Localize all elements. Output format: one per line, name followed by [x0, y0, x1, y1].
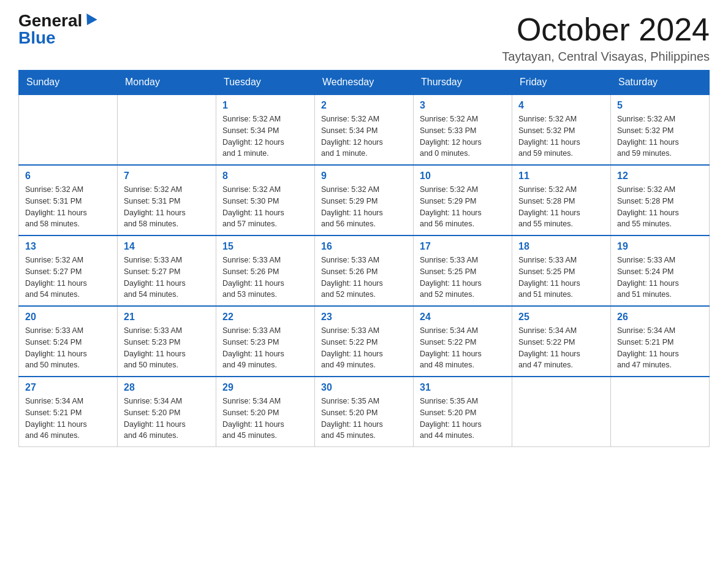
calendar-cell: 7Sunrise: 5:32 AMSunset: 5:31 PMDaylight…	[118, 165, 216, 236]
calendar-cell: 15Sunrise: 5:33 AMSunset: 5:26 PMDayligh…	[216, 236, 315, 306]
calendar-day-header: Wednesday	[315, 71, 414, 95]
day-number: 21	[124, 312, 210, 323]
day-number: 5	[617, 100, 703, 111]
day-number: 9	[321, 170, 407, 182]
day-info: Sunrise: 5:32 AMSunset: 5:28 PMDaylight:…	[617, 184, 703, 230]
calendar-cell: 11Sunrise: 5:32 AMSunset: 5:28 PMDayligh…	[512, 165, 611, 236]
calendar-cell: 17Sunrise: 5:33 AMSunset: 5:25 PMDayligh…	[414, 236, 512, 306]
logo-triangle-icon	[82, 13, 97, 28]
day-info: Sunrise: 5:34 AMSunset: 5:20 PMDaylight:…	[222, 396, 308, 442]
calendar-cell: 22Sunrise: 5:33 AMSunset: 5:23 PMDayligh…	[216, 306, 315, 377]
day-info: Sunrise: 5:32 AMSunset: 5:34 PMDaylight:…	[321, 113, 407, 159]
calendar-cell: 20Sunrise: 5:33 AMSunset: 5:24 PMDayligh…	[19, 306, 118, 377]
day-info: Sunrise: 5:32 AMSunset: 5:31 PMDaylight:…	[124, 184, 210, 230]
calendar-cell: 9Sunrise: 5:32 AMSunset: 5:29 PMDaylight…	[315, 165, 414, 236]
day-number: 23	[321, 312, 407, 323]
calendar-week-row: 27Sunrise: 5:34 AMSunset: 5:21 PMDayligh…	[19, 377, 710, 447]
calendar-cell: 24Sunrise: 5:34 AMSunset: 5:22 PMDayligh…	[414, 306, 512, 377]
calendar-week-row: 6Sunrise: 5:32 AMSunset: 5:31 PMDaylight…	[19, 165, 710, 236]
calendar-day-header: Saturday	[611, 71, 710, 95]
day-number: 1	[222, 100, 308, 111]
calendar-cell	[611, 377, 710, 447]
day-info: Sunrise: 5:34 AMSunset: 5:21 PMDaylight:…	[617, 325, 703, 371]
calendar-cell: 1Sunrise: 5:32 AMSunset: 5:34 PMDaylight…	[216, 94, 315, 165]
calendar-cell: 6Sunrise: 5:32 AMSunset: 5:31 PMDaylight…	[19, 165, 118, 236]
day-info: Sunrise: 5:32 AMSunset: 5:28 PMDaylight:…	[518, 184, 604, 230]
day-number: 24	[420, 312, 506, 323]
calendar-cell: 8Sunrise: 5:32 AMSunset: 5:30 PMDaylight…	[216, 165, 315, 236]
calendar-cell: 31Sunrise: 5:35 AMSunset: 5:20 PMDayligh…	[414, 377, 512, 447]
day-info: Sunrise: 5:32 AMSunset: 5:31 PMDaylight:…	[25, 184, 111, 230]
day-number: 28	[124, 382, 210, 393]
day-info: Sunrise: 5:32 AMSunset: 5:32 PMDaylight:…	[617, 113, 703, 159]
day-number: 15	[222, 241, 308, 252]
day-info: Sunrise: 5:33 AMSunset: 5:26 PMDaylight:…	[321, 255, 407, 301]
day-info: Sunrise: 5:34 AMSunset: 5:21 PMDaylight:…	[25, 396, 111, 442]
calendar-cell: 10Sunrise: 5:32 AMSunset: 5:29 PMDayligh…	[414, 165, 512, 236]
month-title: October 2024	[502, 12, 710, 47]
calendar-table: SundayMondayTuesdayWednesdayThursdayFrid…	[18, 70, 710, 447]
calendar-cell: 28Sunrise: 5:34 AMSunset: 5:20 PMDayligh…	[118, 377, 216, 447]
day-info: Sunrise: 5:32 AMSunset: 5:29 PMDaylight:…	[420, 184, 506, 230]
calendar-cell: 27Sunrise: 5:34 AMSunset: 5:21 PMDayligh…	[19, 377, 118, 447]
page-header: General Blue October 2024 Taytayan, Cent…	[18, 12, 710, 64]
calendar-day-header: Monday	[118, 71, 216, 95]
day-number: 27	[25, 382, 111, 393]
calendar-cell: 30Sunrise: 5:35 AMSunset: 5:20 PMDayligh…	[315, 377, 414, 447]
day-number: 17	[420, 241, 506, 252]
day-info: Sunrise: 5:33 AMSunset: 5:24 PMDaylight:…	[25, 325, 111, 371]
day-number: 13	[25, 241, 111, 252]
day-number: 8	[222, 170, 308, 182]
calendar-cell: 14Sunrise: 5:33 AMSunset: 5:27 PMDayligh…	[118, 236, 216, 306]
calendar-cell: 12Sunrise: 5:32 AMSunset: 5:28 PMDayligh…	[611, 165, 710, 236]
day-info: Sunrise: 5:35 AMSunset: 5:20 PMDaylight:…	[321, 396, 407, 442]
day-number: 7	[124, 170, 210, 182]
calendar-day-header: Thursday	[414, 71, 512, 95]
calendar-day-header: Tuesday	[216, 71, 315, 95]
day-info: Sunrise: 5:32 AMSunset: 5:34 PMDaylight:…	[222, 113, 308, 159]
calendar-cell: 25Sunrise: 5:34 AMSunset: 5:22 PMDayligh…	[512, 306, 611, 377]
day-info: Sunrise: 5:33 AMSunset: 5:24 PMDaylight:…	[617, 255, 703, 301]
day-info: Sunrise: 5:34 AMSunset: 5:22 PMDaylight:…	[518, 325, 604, 371]
calendar-cell: 16Sunrise: 5:33 AMSunset: 5:26 PMDayligh…	[315, 236, 414, 306]
day-number: 30	[321, 382, 407, 393]
day-info: Sunrise: 5:32 AMSunset: 5:27 PMDaylight:…	[25, 255, 111, 301]
calendar-day-header: Friday	[512, 71, 611, 95]
day-number: 31	[420, 382, 506, 393]
logo-general-text: General	[18, 12, 82, 29]
day-info: Sunrise: 5:32 AMSunset: 5:30 PMDaylight:…	[222, 184, 308, 230]
location-title: Taytayan, Central Visayas, Philippines	[502, 50, 710, 64]
day-number: 20	[25, 312, 111, 323]
calendar-header-row: SundayMondayTuesdayWednesdayThursdayFrid…	[19, 71, 710, 95]
calendar-cell	[512, 377, 611, 447]
day-info: Sunrise: 5:33 AMSunset: 5:23 PMDaylight:…	[124, 325, 210, 371]
calendar-week-row: 1Sunrise: 5:32 AMSunset: 5:34 PMDaylight…	[19, 94, 710, 165]
day-info: Sunrise: 5:33 AMSunset: 5:22 PMDaylight:…	[321, 325, 407, 371]
day-info: Sunrise: 5:35 AMSunset: 5:20 PMDaylight:…	[420, 396, 506, 442]
day-info: Sunrise: 5:32 AMSunset: 5:29 PMDaylight:…	[321, 184, 407, 230]
day-info: Sunrise: 5:33 AMSunset: 5:26 PMDaylight:…	[222, 255, 308, 301]
day-number: 19	[617, 241, 703, 252]
day-number: 18	[518, 241, 604, 252]
calendar-cell: 23Sunrise: 5:33 AMSunset: 5:22 PMDayligh…	[315, 306, 414, 377]
calendar-cell: 19Sunrise: 5:33 AMSunset: 5:24 PMDayligh…	[611, 236, 710, 306]
day-info: Sunrise: 5:33 AMSunset: 5:27 PMDaylight:…	[124, 255, 210, 301]
calendar-cell: 13Sunrise: 5:32 AMSunset: 5:27 PMDayligh…	[19, 236, 118, 306]
calendar-week-row: 13Sunrise: 5:32 AMSunset: 5:27 PMDayligh…	[19, 236, 710, 306]
calendar-cell: 2Sunrise: 5:32 AMSunset: 5:34 PMDaylight…	[315, 94, 414, 165]
calendar-cell: 18Sunrise: 5:33 AMSunset: 5:25 PMDayligh…	[512, 236, 611, 306]
day-number: 6	[25, 170, 111, 182]
calendar-cell: 3Sunrise: 5:32 AMSunset: 5:33 PMDaylight…	[414, 94, 512, 165]
day-info: Sunrise: 5:33 AMSunset: 5:23 PMDaylight:…	[222, 325, 308, 371]
calendar-day-header: Sunday	[19, 71, 118, 95]
day-info: Sunrise: 5:32 AMSunset: 5:32 PMDaylight:…	[518, 113, 604, 159]
logo-blue-text: Blue	[18, 29, 56, 47]
calendar-cell	[19, 94, 118, 165]
calendar-week-row: 20Sunrise: 5:33 AMSunset: 5:24 PMDayligh…	[19, 306, 710, 377]
calendar-cell: 4Sunrise: 5:32 AMSunset: 5:32 PMDaylight…	[512, 94, 611, 165]
logo: General Blue	[18, 12, 96, 47]
day-number: 10	[420, 170, 506, 182]
day-info: Sunrise: 5:33 AMSunset: 5:25 PMDaylight:…	[518, 255, 604, 301]
day-number: 4	[518, 100, 604, 111]
day-info: Sunrise: 5:32 AMSunset: 5:33 PMDaylight:…	[420, 113, 506, 159]
